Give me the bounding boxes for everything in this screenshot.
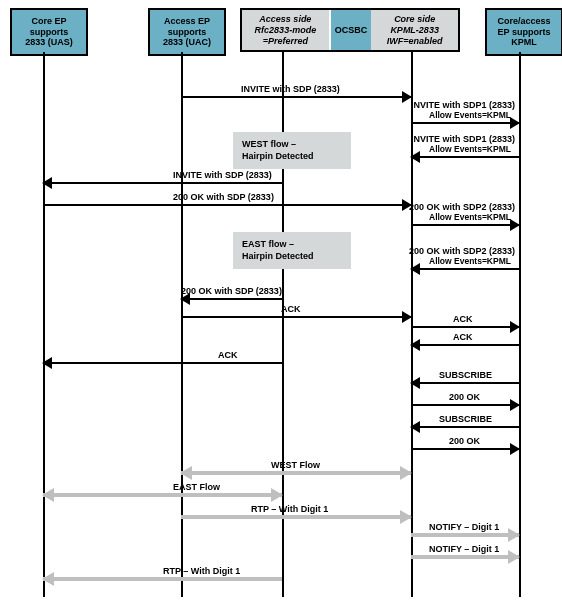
note-west-hairpin: WEST flow – Hairpin Detected (233, 132, 351, 169)
msg-subscribe-2: SUBSCRIBE (411, 416, 519, 430)
actor-label: Core/access EP supports KPML (497, 16, 550, 48)
actor-kpml-ep: Core/access EP supports KPML (485, 8, 562, 56)
actor-ocsbc: Access side Rfc2833-mode =Preferred OCSB… (240, 8, 460, 52)
msg-200ok-sub1: 200 OK (411, 394, 519, 408)
ocsbc-mid: OCSBC (331, 10, 372, 50)
msg-200ok-sdp2-in: 200 OK with SDP2 (2833) Allow Events=KPM… (411, 250, 519, 264)
msg-200ok-sdp2-out: 200 OK with SDP2 (2833) Allow Events=KPM… (411, 206, 519, 220)
msg-200ok-sdp-2833-to-uac: 200 OK with SDP (2833) (181, 288, 282, 302)
msg-east-flow: EAST Flow (43, 484, 282, 498)
actor-core-ep-uas: Core EP supports 2833 (UAS) (10, 8, 88, 56)
msg-notify-digit1-out: NOTIFY – Digit 1 (411, 524, 519, 538)
msg-200ok-sdp-2833-from-uas: 200 OK with SDP (2833) (43, 194, 411, 208)
msg-200ok-sub2: 200 OK (411, 438, 519, 452)
msg-ack-uac-ocsbc: ACK (181, 306, 411, 320)
msg-ack-ocsbc-kpml: ACK (411, 316, 519, 330)
msg-rtp-digit1-a: RTP – With Digit 1 (181, 506, 411, 520)
msg-west-flow: WEST Flow (181, 462, 411, 476)
msg-ack-kpml-ocsbc: ACK (411, 334, 519, 348)
msg-notify-digit1-out-2: NOTIFY – Digit 1 (411, 546, 519, 560)
msg-invite-sdp-2833: INVITE with SDP (2833) (181, 86, 411, 100)
msg-rtp-digit1-b: RTP – With Digit 1 (43, 568, 282, 582)
msg-invite-sdp1-out: INVITE with SDP1 (2833) Allow Events=KPM… (411, 104, 519, 118)
ocsbc-access-side: Access side Rfc2833-mode =Preferred (242, 10, 331, 50)
msg-ack-ocsbc-uas: ACK (43, 352, 282, 366)
actor-label: Core EP supports 2833 (UAS) (25, 16, 73, 48)
msg-subscribe-1: SUBSCRIBE (411, 372, 519, 386)
lifeline-uas (43, 52, 45, 597)
note-east-hairpin: EAST flow – Hairpin Detected (233, 232, 351, 269)
actor-label: Access EP supports 2833 (UAC) (163, 16, 211, 48)
msg-invite-sdp1-in: INVITE with SDP1 (2833) Allow Events=KPM… (411, 138, 519, 152)
msg-invite-sdp-2833-to-uas: INVITE with SDP (2833) (43, 172, 282, 186)
ocsbc-core-side: Core side KPML-2833 IWF=enabled (371, 10, 458, 50)
actor-access-ep-uac: Access EP supports 2833 (UAC) (148, 8, 226, 56)
